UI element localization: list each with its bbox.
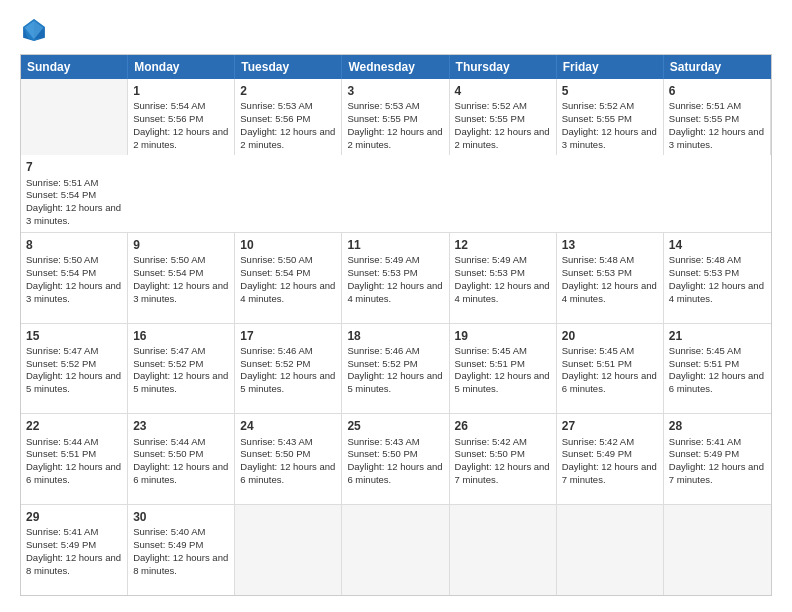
day-number: 5 [562,83,658,99]
cal-cell-26: 26Sunrise: 5:42 AM Sunset: 5:50 PM Dayli… [450,414,557,504]
cell-line1: Sunrise: 5:47 AM [26,345,98,356]
calendar-row-0: 1Sunrise: 5:54 AM Sunset: 5:56 PM Daylig… [21,79,771,232]
cal-cell-11: 11Sunrise: 5:49 AM Sunset: 5:53 PM Dayli… [342,233,449,323]
calendar-row-3: 22Sunrise: 5:44 AM Sunset: 5:51 PM Dayli… [21,413,771,504]
cell-line1: Sunrise: 5:41 AM [26,526,98,537]
day-header-sunday: Sunday [21,55,128,79]
day-number: 11 [347,237,443,253]
cell-line2: Sunset: 5:56 PM [133,113,203,124]
cell-line2: Sunset: 5:49 PM [669,448,739,459]
cal-cell-24: 24Sunrise: 5:43 AM Sunset: 5:50 PM Dayli… [235,414,342,504]
cell-line2: Sunset: 5:54 PM [240,267,310,278]
cell-line3: Daylight: 12 hours [669,370,746,381]
cal-cell-16: 16Sunrise: 5:47 AM Sunset: 5:52 PM Dayli… [128,324,235,414]
cal-cell-23: 23Sunrise: 5:44 AM Sunset: 5:50 PM Dayli… [128,414,235,504]
cell-line3: Daylight: 12 hours [347,126,424,137]
cal-cell-22: 22Sunrise: 5:44 AM Sunset: 5:51 PM Dayli… [21,414,128,504]
cell-line2: Sunset: 5:49 PM [26,539,96,550]
cell-line3: Daylight: 12 hours [455,461,532,472]
cal-cell-5: 5Sunrise: 5:52 AM Sunset: 5:55 PM Daylig… [557,79,664,155]
cal-cell-empty [21,79,128,155]
day-number: 1 [133,83,229,99]
calendar-row-1: 8Sunrise: 5:50 AM Sunset: 5:54 PM Daylig… [21,232,771,323]
cal-cell-28: 28Sunrise: 5:41 AM Sunset: 5:49 PM Dayli… [664,414,771,504]
cal-cell-empty [664,505,771,595]
cal-cell-21: 21Sunrise: 5:45 AM Sunset: 5:51 PM Dayli… [664,324,771,414]
cell-line2: Sunset: 5:50 PM [455,448,525,459]
cell-line1: Sunrise: 5:48 AM [562,254,634,265]
logo-icon [20,16,48,44]
cal-cell-10: 10Sunrise: 5:50 AM Sunset: 5:54 PM Dayli… [235,233,342,323]
cal-cell-8: 8Sunrise: 5:50 AM Sunset: 5:54 PM Daylig… [21,233,128,323]
day-number: 9 [133,237,229,253]
cal-cell-13: 13Sunrise: 5:48 AM Sunset: 5:53 PM Dayli… [557,233,664,323]
day-number: 19 [455,328,551,344]
cell-line2: Sunset: 5:55 PM [347,113,417,124]
calendar: SundayMondayTuesdayWednesdayThursdayFrid… [20,54,772,596]
cell-line3: Daylight: 12 hours [133,552,210,563]
cal-cell-18: 18Sunrise: 5:46 AM Sunset: 5:52 PM Dayli… [342,324,449,414]
cell-line2: Sunset: 5:52 PM [26,358,96,369]
cell-line3: Daylight: 12 hours [240,126,317,137]
cal-cell-9: 9Sunrise: 5:50 AM Sunset: 5:54 PM Daylig… [128,233,235,323]
cal-cell-15: 15Sunrise: 5:47 AM Sunset: 5:52 PM Dayli… [21,324,128,414]
cal-cell-empty [450,505,557,595]
cell-line1: Sunrise: 5:41 AM [669,436,741,447]
cell-line3: Daylight: 12 hours [133,461,210,472]
cell-line2: Sunset: 5:55 PM [455,113,525,124]
day-number: 14 [669,237,766,253]
cell-line3: Daylight: 12 hours [240,461,317,472]
day-number: 2 [240,83,336,99]
day-number: 26 [455,418,551,434]
cell-line2: Sunset: 5:50 PM [240,448,310,459]
cell-line1: Sunrise: 5:53 AM [347,100,419,111]
day-number: 28 [669,418,766,434]
cell-line2: Sunset: 5:51 PM [562,358,632,369]
day-number: 15 [26,328,122,344]
cell-line1: Sunrise: 5:45 AM [562,345,634,356]
day-number: 21 [669,328,766,344]
day-number: 6 [669,83,765,99]
cell-line2: Sunset: 5:53 PM [347,267,417,278]
day-number: 3 [347,83,443,99]
cell-line3: Daylight: 12 hours [240,280,317,291]
cell-line2: Sunset: 5:52 PM [133,358,203,369]
cell-line2: Sunset: 5:54 PM [133,267,203,278]
cell-line1: Sunrise: 5:45 AM [669,345,741,356]
day-number: 20 [562,328,658,344]
cell-line3: Daylight: 12 hours [347,280,424,291]
cell-line1: Sunrise: 5:53 AM [240,100,312,111]
cell-line1: Sunrise: 5:54 AM [133,100,205,111]
day-header-friday: Friday [557,55,664,79]
cell-line1: Sunrise: 5:48 AM [669,254,741,265]
cal-cell-empty [342,505,449,595]
cell-line3: Daylight: 12 hours [669,280,746,291]
cell-line3: Daylight: 12 hours [455,126,532,137]
cell-line1: Sunrise: 5:43 AM [240,436,312,447]
cell-line1: Sunrise: 5:42 AM [562,436,634,447]
cell-line2: Sunset: 5:51 PM [26,448,96,459]
cal-cell-2: 2Sunrise: 5:53 AM Sunset: 5:56 PM Daylig… [235,79,342,155]
cal-cell-empty [235,505,342,595]
day-header-wednesday: Wednesday [342,55,449,79]
day-header-tuesday: Tuesday [235,55,342,79]
calendar-header: SundayMondayTuesdayWednesdayThursdayFrid… [21,55,771,79]
cell-line3: Daylight: 12 hours [240,370,317,381]
day-number: 27 [562,418,658,434]
cell-line3: Daylight: 12 hours [455,370,532,381]
cell-line1: Sunrise: 5:47 AM [133,345,205,356]
calendar-row-4: 29Sunrise: 5:41 AM Sunset: 5:49 PM Dayli… [21,504,771,595]
cell-line1: Sunrise: 5:51 AM [26,177,98,188]
cell-line3: Daylight: 12 hours [26,461,103,472]
cell-line2: Sunset: 5:55 PM [562,113,632,124]
cell-line2: Sunset: 5:51 PM [455,358,525,369]
cell-line1: Sunrise: 5:46 AM [240,345,312,356]
cal-cell-25: 25Sunrise: 5:43 AM Sunset: 5:50 PM Dayli… [342,414,449,504]
calendar-body: 1Sunrise: 5:54 AM Sunset: 5:56 PM Daylig… [21,79,771,595]
cal-cell-19: 19Sunrise: 5:45 AM Sunset: 5:51 PM Dayli… [450,324,557,414]
cell-line2: Sunset: 5:50 PM [347,448,417,459]
cell-line3: Daylight: 12 hours [133,126,210,137]
day-number: 23 [133,418,229,434]
day-number: 17 [240,328,336,344]
cell-line2: Sunset: 5:54 PM [26,189,96,200]
